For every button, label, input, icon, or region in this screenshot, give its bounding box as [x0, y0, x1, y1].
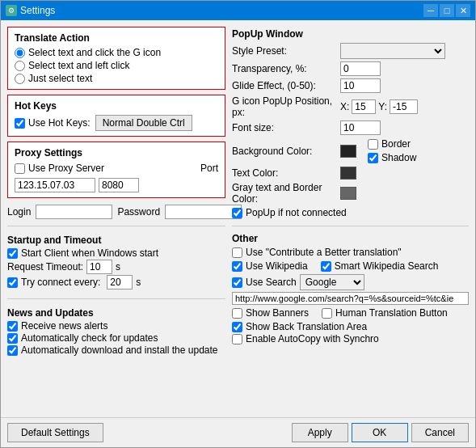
show-banners-checkbox[interactable]	[232, 308, 242, 319]
auto-download-label: Automatically download and install the u…	[21, 344, 218, 356]
radio-left-click-input[interactable]	[15, 61, 25, 71]
ok-button[interactable]: OK	[352, 423, 408, 442]
border-check[interactable]: Border	[368, 138, 416, 150]
color-options: Border Shadow	[368, 137, 416, 164]
search-url-bar: http://www.google.com/search?q=%s&source…	[232, 292, 469, 305]
minimize-button[interactable]: ─	[423, 4, 438, 17]
shadow-label: Shadow	[381, 152, 416, 163]
radio-just-select[interactable]: Just select text	[15, 73, 218, 84]
popup-section: PopUp Window Style Preset: Transparency,…	[232, 27, 469, 221]
radio-g-icon-label: Select text and click the G icon	[28, 47, 161, 58]
port-label: Port	[200, 163, 218, 174]
glide-effect-input[interactable]	[340, 78, 381, 93]
auto-check-checkbox[interactable]	[7, 333, 18, 344]
radio-left-click-label: Select text and left click	[28, 60, 129, 71]
smart-wikipedia-checkbox[interactable]	[321, 261, 331, 272]
text-color-swatch[interactable]	[340, 167, 356, 180]
search-engine-select[interactable]: Google Bing Yahoo	[300, 274, 364, 290]
auto-download-checkbox[interactable]	[7, 345, 18, 356]
use-wikipedia-checkbox[interactable]	[232, 261, 242, 272]
start-client-check[interactable]: Start Client when Windows start	[7, 247, 225, 259]
try-connect-input[interactable]	[107, 275, 133, 290]
style-preset-row: Style Preset:	[232, 43, 469, 59]
x-label: X:	[340, 101, 349, 112]
receive-news-checkbox[interactable]	[7, 321, 18, 332]
password-input[interactable]	[165, 205, 242, 219]
popup-not-connected-check[interactable]: PopUp if not connected	[232, 207, 469, 218]
radio-left-click[interactable]: Select text and left click	[15, 60, 218, 71]
request-timeout-unit: s	[116, 261, 120, 273]
show-back-translation-check[interactable]: Show Back Translation Area	[232, 321, 469, 332]
try-connect-label: Try connect every:	[21, 277, 100, 288]
use-search-checkbox[interactable]	[232, 277, 242, 288]
use-proxy-check[interactable]: Use Proxy Server	[15, 163, 104, 174]
auto-check-check[interactable]: Automatically check for updates	[7, 332, 225, 344]
radio-g-icon[interactable]: Select text and click the G icon	[15, 47, 218, 58]
y-input[interactable]	[390, 99, 418, 114]
y-label: Y:	[378, 101, 387, 112]
x-input[interactable]	[352, 99, 376, 114]
request-timeout-row: Request Timeout: s	[7, 260, 225, 274]
cancel-button[interactable]: Cancel	[411, 423, 469, 442]
shadow-checkbox[interactable]	[368, 153, 378, 163]
auto-download-check[interactable]: Automatically download and install the u…	[7, 344, 225, 356]
use-wikipedia-check[interactable]: Use Wikipedia	[232, 260, 308, 272]
enable-autocopy-checkbox[interactable]	[232, 334, 242, 344]
style-preset-select[interactable]	[340, 43, 445, 59]
show-banners-label: Show Banners	[246, 307, 309, 319]
bottom-bar: Default Settings Apply OK Cancel	[1, 417, 475, 447]
close-button[interactable]: ✕	[456, 4, 470, 17]
login-label: Login	[7, 206, 31, 218]
radio-just-select-input[interactable]	[15, 74, 25, 84]
popup-not-connected-checkbox[interactable]	[232, 208, 242, 218]
try-connect-check[interactable]: Try connect every: s	[7, 275, 225, 290]
maximize-button[interactable]: □	[440, 4, 454, 17]
use-proxy-label: Use Proxy Server	[28, 163, 104, 174]
gicon-pos-row: G icon PopUp Position, px: X: Y:	[232, 95, 469, 118]
start-client-checkbox[interactable]	[7, 248, 18, 259]
border-checkbox[interactable]	[368, 139, 378, 150]
request-timeout-input[interactable]	[86, 260, 112, 274]
enable-autocopy-check[interactable]: Enable AutoCopy with Synchro	[232, 333, 469, 344]
contribute-check[interactable]: Use "Contribute a Better translation"	[232, 247, 469, 258]
human-translation-label: Human Translation Button	[335, 307, 448, 319]
font-size-input[interactable]	[340, 120, 381, 135]
popup-not-connected-label: PopUp if not connected	[246, 207, 347, 218]
news-section: News and Updates Receive news alerts Aut…	[7, 306, 225, 358]
transparency-input[interactable]	[340, 61, 381, 76]
gray-color-swatch[interactable]	[340, 187, 356, 200]
use-hotkeys-checkbox[interactable]	[15, 118, 25, 129]
bg-color-row: Background Color: Border Shadow	[232, 137, 469, 164]
default-settings-button[interactable]: Default Settings	[7, 423, 103, 442]
border-label: Border	[381, 138, 411, 150]
human-translation-checkbox[interactable]	[322, 308, 332, 319]
transparency-row: Transparency, %:	[232, 61, 469, 76]
try-connect-checkbox[interactable]	[7, 277, 18, 288]
receive-news-check[interactable]: Receive news alerts	[7, 320, 225, 332]
radio-g-icon-input[interactable]	[15, 48, 25, 58]
show-back-translation-checkbox[interactable]	[232, 322, 242, 332]
smart-wikipedia-check[interactable]: Smart Wikipedia Search	[321, 260, 439, 272]
startup-title: Startup and Timeout	[7, 235, 225, 246]
human-translation-check[interactable]: Human Translation Button	[322, 307, 448, 319]
start-client-label: Start Client when Windows start	[21, 247, 158, 259]
hotkey-button[interactable]: Normal Double Ctrl	[95, 115, 192, 131]
contribute-label: Use "Contribute a Better translation"	[246, 247, 402, 258]
apply-button[interactable]: Apply	[292, 423, 348, 442]
title-bar: ⚙ Settings ─ □ ✕	[1, 1, 475, 20]
use-search-check[interactable]: Use Search	[232, 277, 297, 288]
request-timeout-label: Request Timeout:	[7, 261, 83, 273]
proxy-title: Proxy Settings	[15, 147, 218, 158]
proxy-ip-row	[15, 178, 218, 192]
show-banners-check[interactable]: Show Banners	[232, 307, 309, 319]
login-input[interactable]	[36, 205, 112, 219]
gray-color-label: Gray text and Border Color:	[232, 182, 337, 205]
proxy-port-input[interactable]	[99, 178, 139, 192]
contribute-checkbox[interactable]	[232, 247, 242, 258]
bg-color-swatch[interactable]	[340, 145, 356, 158]
proxy-ip-input[interactable]	[15, 178, 95, 192]
shadow-check[interactable]: Shadow	[368, 152, 416, 163]
use-hotkeys-check[interactable]: Use Hot Keys:	[15, 117, 91, 129]
title-bar-buttons: ─ □ ✕	[423, 4, 470, 17]
use-proxy-checkbox[interactable]	[15, 163, 25, 174]
